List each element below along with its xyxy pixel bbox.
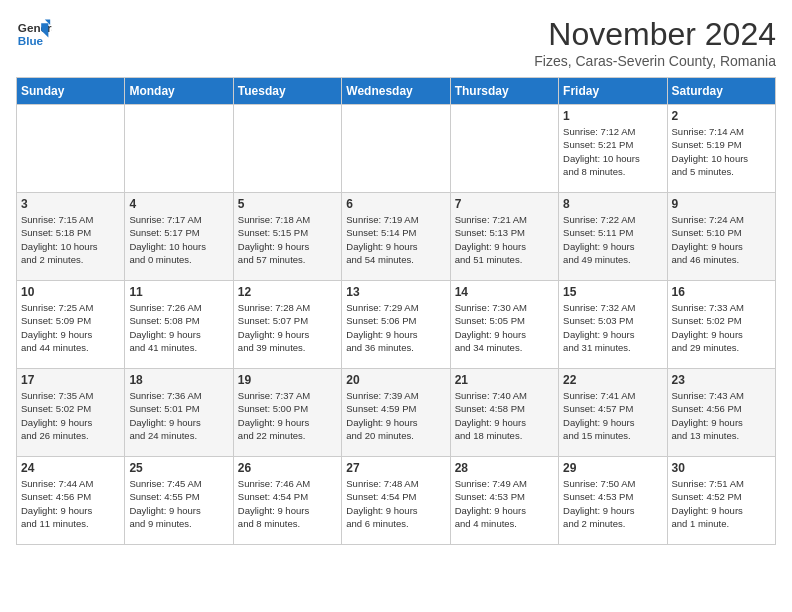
calendar-cell: 30Sunrise: 7:51 AM Sunset: 4:52 PM Dayli… — [667, 457, 775, 545]
day-info: Sunrise: 7:21 AM Sunset: 5:13 PM Dayligh… — [455, 213, 554, 266]
calendar-cell — [17, 105, 125, 193]
day-number: 27 — [346, 461, 445, 475]
day-info: Sunrise: 7:15 AM Sunset: 5:18 PM Dayligh… — [21, 213, 120, 266]
day-info: Sunrise: 7:48 AM Sunset: 4:54 PM Dayligh… — [346, 477, 445, 530]
day-info: Sunrise: 7:29 AM Sunset: 5:06 PM Dayligh… — [346, 301, 445, 354]
day-info: Sunrise: 7:51 AM Sunset: 4:52 PM Dayligh… — [672, 477, 771, 530]
day-number: 21 — [455, 373, 554, 387]
calendar-cell: 15Sunrise: 7:32 AM Sunset: 5:03 PM Dayli… — [559, 281, 667, 369]
calendar-cell — [450, 105, 558, 193]
day-number: 19 — [238, 373, 337, 387]
month-title: November 2024 — [534, 16, 776, 53]
day-number: 23 — [672, 373, 771, 387]
day-number: 9 — [672, 197, 771, 211]
calendar-col-friday: Friday — [559, 78, 667, 105]
day-number: 5 — [238, 197, 337, 211]
calendar-cell: 29Sunrise: 7:50 AM Sunset: 4:53 PM Dayli… — [559, 457, 667, 545]
calendar-col-saturday: Saturday — [667, 78, 775, 105]
day-info: Sunrise: 7:14 AM Sunset: 5:19 PM Dayligh… — [672, 125, 771, 178]
day-info: Sunrise: 7:18 AM Sunset: 5:15 PM Dayligh… — [238, 213, 337, 266]
calendar-week-row: 24Sunrise: 7:44 AM Sunset: 4:56 PM Dayli… — [17, 457, 776, 545]
calendar-cell: 2Sunrise: 7:14 AM Sunset: 5:19 PM Daylig… — [667, 105, 775, 193]
day-info: Sunrise: 7:30 AM Sunset: 5:05 PM Dayligh… — [455, 301, 554, 354]
calendar-cell: 1Sunrise: 7:12 AM Sunset: 5:21 PM Daylig… — [559, 105, 667, 193]
day-info: Sunrise: 7:46 AM Sunset: 4:54 PM Dayligh… — [238, 477, 337, 530]
calendar-col-monday: Monday — [125, 78, 233, 105]
day-info: Sunrise: 7:26 AM Sunset: 5:08 PM Dayligh… — [129, 301, 228, 354]
calendar-week-row: 10Sunrise: 7:25 AM Sunset: 5:09 PM Dayli… — [17, 281, 776, 369]
logo-icon: General Blue — [16, 16, 52, 52]
day-number: 28 — [455, 461, 554, 475]
day-number: 30 — [672, 461, 771, 475]
day-info: Sunrise: 7:22 AM Sunset: 5:11 PM Dayligh… — [563, 213, 662, 266]
day-info: Sunrise: 7:33 AM Sunset: 5:02 PM Dayligh… — [672, 301, 771, 354]
day-number: 10 — [21, 285, 120, 299]
calendar-col-sunday: Sunday — [17, 78, 125, 105]
day-info: Sunrise: 7:44 AM Sunset: 4:56 PM Dayligh… — [21, 477, 120, 530]
day-info: Sunrise: 7:36 AM Sunset: 5:01 PM Dayligh… — [129, 389, 228, 442]
calendar-cell: 26Sunrise: 7:46 AM Sunset: 4:54 PM Dayli… — [233, 457, 341, 545]
day-info: Sunrise: 7:25 AM Sunset: 5:09 PM Dayligh… — [21, 301, 120, 354]
day-info: Sunrise: 7:28 AM Sunset: 5:07 PM Dayligh… — [238, 301, 337, 354]
calendar-cell: 20Sunrise: 7:39 AM Sunset: 4:59 PM Dayli… — [342, 369, 450, 457]
day-number: 7 — [455, 197, 554, 211]
day-number: 17 — [21, 373, 120, 387]
day-number: 3 — [21, 197, 120, 211]
svg-text:Blue: Blue — [18, 34, 44, 47]
calendar-cell: 16Sunrise: 7:33 AM Sunset: 5:02 PM Dayli… — [667, 281, 775, 369]
calendar-cell — [342, 105, 450, 193]
day-info: Sunrise: 7:17 AM Sunset: 5:17 PM Dayligh… — [129, 213, 228, 266]
calendar-cell: 3Sunrise: 7:15 AM Sunset: 5:18 PM Daylig… — [17, 193, 125, 281]
calendar-header-row: SundayMondayTuesdayWednesdayThursdayFrid… — [17, 78, 776, 105]
day-number: 14 — [455, 285, 554, 299]
calendar-cell: 10Sunrise: 7:25 AM Sunset: 5:09 PM Dayli… — [17, 281, 125, 369]
calendar-cell — [233, 105, 341, 193]
calendar-week-row: 3Sunrise: 7:15 AM Sunset: 5:18 PM Daylig… — [17, 193, 776, 281]
calendar-cell: 22Sunrise: 7:41 AM Sunset: 4:57 PM Dayli… — [559, 369, 667, 457]
day-number: 4 — [129, 197, 228, 211]
day-info: Sunrise: 7:49 AM Sunset: 4:53 PM Dayligh… — [455, 477, 554, 530]
calendar-cell: 19Sunrise: 7:37 AM Sunset: 5:00 PM Dayli… — [233, 369, 341, 457]
calendar-cell: 13Sunrise: 7:29 AM Sunset: 5:06 PM Dayli… — [342, 281, 450, 369]
title-block: November 2024 Fizes, Caras-Severin Count… — [534, 16, 776, 69]
day-number: 29 — [563, 461, 662, 475]
calendar-week-row: 1Sunrise: 7:12 AM Sunset: 5:21 PM Daylig… — [17, 105, 776, 193]
calendar-week-row: 17Sunrise: 7:35 AM Sunset: 5:02 PM Dayli… — [17, 369, 776, 457]
calendar-table: SundayMondayTuesdayWednesdayThursdayFrid… — [16, 77, 776, 545]
calendar-col-tuesday: Tuesday — [233, 78, 341, 105]
calendar-cell: 9Sunrise: 7:24 AM Sunset: 5:10 PM Daylig… — [667, 193, 775, 281]
calendar-cell: 14Sunrise: 7:30 AM Sunset: 5:05 PM Dayli… — [450, 281, 558, 369]
day-number: 11 — [129, 285, 228, 299]
day-info: Sunrise: 7:24 AM Sunset: 5:10 PM Dayligh… — [672, 213, 771, 266]
day-number: 26 — [238, 461, 337, 475]
calendar-cell — [125, 105, 233, 193]
day-info: Sunrise: 7:45 AM Sunset: 4:55 PM Dayligh… — [129, 477, 228, 530]
day-number: 22 — [563, 373, 662, 387]
calendar-cell: 12Sunrise: 7:28 AM Sunset: 5:07 PM Dayli… — [233, 281, 341, 369]
day-number: 8 — [563, 197, 662, 211]
day-info: Sunrise: 7:32 AM Sunset: 5:03 PM Dayligh… — [563, 301, 662, 354]
calendar-cell: 27Sunrise: 7:48 AM Sunset: 4:54 PM Dayli… — [342, 457, 450, 545]
calendar-cell: 7Sunrise: 7:21 AM Sunset: 5:13 PM Daylig… — [450, 193, 558, 281]
location-subtitle: Fizes, Caras-Severin County, Romania — [534, 53, 776, 69]
calendar-cell: 6Sunrise: 7:19 AM Sunset: 5:14 PM Daylig… — [342, 193, 450, 281]
day-info: Sunrise: 7:19 AM Sunset: 5:14 PM Dayligh… — [346, 213, 445, 266]
calendar-cell: 4Sunrise: 7:17 AM Sunset: 5:17 PM Daylig… — [125, 193, 233, 281]
calendar-cell: 5Sunrise: 7:18 AM Sunset: 5:15 PM Daylig… — [233, 193, 341, 281]
day-number: 15 — [563, 285, 662, 299]
day-info: Sunrise: 7:12 AM Sunset: 5:21 PM Dayligh… — [563, 125, 662, 178]
day-info: Sunrise: 7:40 AM Sunset: 4:58 PM Dayligh… — [455, 389, 554, 442]
calendar-col-thursday: Thursday — [450, 78, 558, 105]
calendar-cell: 24Sunrise: 7:44 AM Sunset: 4:56 PM Dayli… — [17, 457, 125, 545]
day-info: Sunrise: 7:35 AM Sunset: 5:02 PM Dayligh… — [21, 389, 120, 442]
day-number: 1 — [563, 109, 662, 123]
calendar-cell: 23Sunrise: 7:43 AM Sunset: 4:56 PM Dayli… — [667, 369, 775, 457]
page-header: General Blue November 2024 Fizes, Caras-… — [16, 16, 776, 69]
day-info: Sunrise: 7:41 AM Sunset: 4:57 PM Dayligh… — [563, 389, 662, 442]
day-number: 12 — [238, 285, 337, 299]
day-number: 24 — [21, 461, 120, 475]
day-number: 25 — [129, 461, 228, 475]
day-number: 13 — [346, 285, 445, 299]
day-info: Sunrise: 7:37 AM Sunset: 5:00 PM Dayligh… — [238, 389, 337, 442]
day-number: 6 — [346, 197, 445, 211]
